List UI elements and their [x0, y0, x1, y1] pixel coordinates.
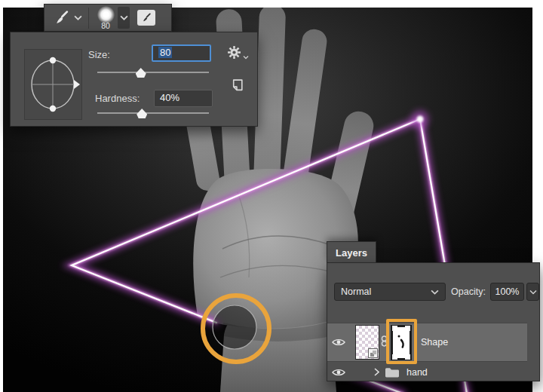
brush-angle-roundness-control[interactable]: [24, 49, 82, 120]
mask-selection-bracket: [405, 326, 410, 331]
layer-name: Shape: [421, 337, 448, 348]
size-input[interactable]: 80: [152, 44, 211, 62]
mask-selection-bracket: [392, 326, 397, 331]
size-slider-track: [97, 72, 209, 73]
layer-row-shape[interactable]: Shape: [327, 323, 527, 362]
angle-arrow-handle: [74, 80, 80, 89]
layers-tab-label: Layers: [336, 247, 367, 259]
size-value: 80: [158, 47, 172, 58]
mask-selection-bracket: [405, 354, 410, 360]
chevron-down-icon: [431, 289, 439, 295]
hardness-slider-track: [97, 112, 209, 114]
layer-name: hand: [406, 367, 428, 378]
hardness-slider[interactable]: [97, 108, 209, 118]
hardness-label: Hardness:: [95, 93, 140, 104]
hardness-value: 40%: [160, 92, 179, 103]
size-slider-thumb[interactable]: [136, 68, 146, 78]
screenshot-stage: 80 Size: 80: [0, 0, 543, 392]
layer-row-hand[interactable]: hand: [327, 363, 539, 381]
opacity-value: 100%: [495, 286, 520, 297]
layers-panel: Layers Normal Opacity: 100%: [327, 241, 540, 381]
clipping-badge-icon: [368, 348, 378, 358]
eye-icon: [332, 338, 345, 347]
blend-mode-value: Normal: [341, 286, 371, 297]
size-label: Size:: [88, 49, 110, 60]
brush-cursor: [213, 305, 256, 349]
blend-mode-dropdown[interactable]: Normal: [334, 283, 446, 301]
chevron-right-icon: [374, 368, 379, 376]
layer-mask-thumbnail[interactable]: [388, 323, 414, 362]
layer-thumbnail-transparency[interactable]: [355, 325, 379, 360]
gear-icon: [227, 45, 241, 60]
opacity-dropdown-chevron[interactable]: [526, 283, 539, 301]
link-icon[interactable]: [381, 335, 388, 350]
group-expand-toggle[interactable]: [371, 368, 382, 376]
chevron-down-icon[interactable]: [74, 15, 82, 20]
toolbar-separator: [88, 8, 89, 29]
eye-icon: [332, 368, 345, 377]
chevron-down-icon: [243, 55, 249, 60]
mask-selection-bracket: [392, 354, 397, 360]
brush-options-bar: 80: [44, 4, 172, 32]
brush-settings-popup: Size: 80: [10, 32, 258, 127]
chevron-down-icon: [529, 289, 537, 295]
opacity-value-box[interactable]: 100%: [490, 283, 524, 301]
hardness-input[interactable]: 40%: [154, 90, 213, 107]
roundness-handle-bottom: [50, 106, 56, 112]
panel-menu[interactable]: [227, 45, 249, 60]
brush-panel-toggle-icon[interactable]: [137, 10, 155, 26]
layers-panel-body: Normal Opacity: 100%: [327, 262, 540, 381]
brush-preset-picker-chevron[interactable]: [118, 7, 130, 29]
visibility-toggle[interactable]: [327, 368, 350, 377]
new-preset-icon[interactable]: [231, 78, 244, 92]
folder-icon: [385, 367, 400, 378]
size-slider[interactable]: [97, 67, 209, 78]
visibility-toggle[interactable]: [327, 338, 350, 347]
mask-thumbnail-image: [391, 325, 412, 360]
roundness-handle-top: [50, 57, 56, 63]
brush-preset-preview[interactable]: 80: [95, 6, 116, 30]
layers-panel-tab[interactable]: Layers: [327, 241, 376, 263]
brush-tool-icon[interactable]: [54, 10, 69, 26]
brush-size-readout: 80: [101, 21, 110, 30]
opacity-label: Opacity:: [451, 286, 486, 297]
hardness-slider-thumb[interactable]: [137, 109, 147, 118]
